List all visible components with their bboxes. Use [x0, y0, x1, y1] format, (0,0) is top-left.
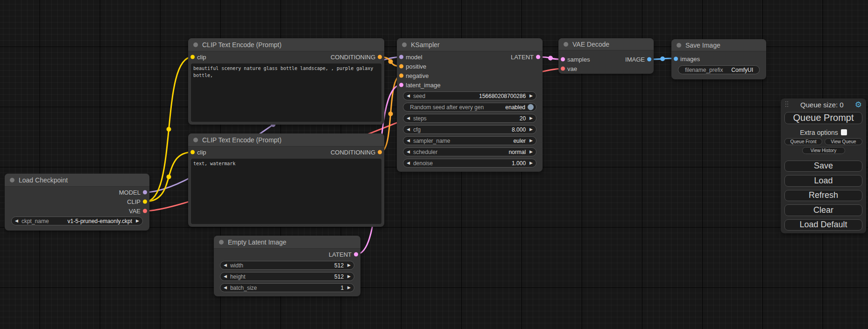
vae-output-port[interactable] [143, 209, 147, 213]
decrement-arrow-icon[interactable]: ◀ [407, 116, 410, 120]
output-row-latent: LATENT [214, 250, 360, 259]
prompt-textarea[interactable]: text, watermark [191, 159, 381, 224]
load-default-button[interactable]: Load Default [784, 219, 862, 231]
conditioning-output-port[interactable] [378, 55, 382, 59]
increment-arrow-icon[interactable]: ▶ [529, 127, 533, 132]
increment-arrow-icon[interactable]: ▶ [347, 274, 351, 279]
decrement-arrow-icon[interactable]: ◀ [15, 219, 18, 223]
drag-handle[interactable] [785, 101, 789, 108]
width-widget[interactable]: ◀ width 512 ▶ [220, 261, 354, 270]
clip-input-port[interactable] [191, 55, 195, 59]
view-history-button[interactable]: View History [802, 147, 845, 154]
batch-size-widget[interactable]: ◀ batch_size 1 ▶ [220, 283, 354, 292]
latent-image-input-port[interactable] [399, 83, 403, 87]
output-label: CONDITIONING [331, 54, 375, 61]
increment-arrow-icon[interactable]: ▶ [529, 116, 533, 120]
clear-button[interactable]: Clear [784, 204, 862, 216]
output-row-clip: CLIP [5, 197, 149, 206]
save-button[interactable]: Save [784, 161, 862, 172]
collapse-dot[interactable] [193, 42, 198, 47]
conditioning-output-port[interactable] [378, 150, 382, 154]
denoise-widget[interactable]: ◀ denoise 1.000 ▶ [403, 159, 536, 168]
collapse-dot[interactable] [10, 178, 14, 182]
node-empty-latent-image[interactable]: Empty Latent Image LATENT ◀ width 512 ▶ … [214, 236, 360, 296]
decrement-arrow-icon[interactable]: ◀ [407, 127, 410, 132]
gear-icon[interactable]: ⚙ [855, 101, 862, 109]
decrement-arrow-icon[interactable]: ◀ [407, 94, 410, 98]
decrement-arrow-icon[interactable]: ◀ [407, 161, 410, 165]
port-row: negative [397, 71, 543, 80]
decrement-arrow-icon[interactable]: ◀ [224, 274, 227, 279]
node-clip-text-encode-positive[interactable]: CLIP Text Encode (Prompt) clip CONDITION… [188, 38, 384, 125]
decrement-arrow-icon[interactable]: ◀ [407, 139, 410, 143]
extra-options-label: Extra options [800, 129, 838, 136]
widget-value: 8.000 [512, 126, 526, 133]
collapse-dot[interactable] [564, 42, 568, 47]
widget-value: normal [508, 149, 526, 155]
model-output-port[interactable] [143, 190, 147, 195]
node-title-bar[interactable]: CLIP Text Encode (Prompt) [188, 133, 384, 147]
samples-input-port[interactable] [561, 57, 565, 62]
collapse-dot[interactable] [402, 42, 407, 47]
increment-arrow-icon[interactable]: ▶ [529, 150, 533, 154]
node-save-image[interactable]: Save Image images filename_prefix ComfyU… [671, 39, 766, 79]
decrement-arrow-icon[interactable]: ◀ [224, 263, 227, 267]
node-title-bar[interactable]: KSampler [397, 38, 543, 51]
latent-output-port[interactable] [536, 55, 540, 59]
increment-arrow-icon[interactable]: ▶ [136, 219, 139, 223]
ckpt-name-widget[interactable]: ◀ ckpt_name v1-5-pruned-emaonly.ckpt ▶ [11, 217, 143, 225]
input-label: clip [197, 149, 206, 156]
node-vae-decode[interactable]: VAE Decode samples IMAGE vae [558, 38, 654, 74]
node-title-bar[interactable]: Save Image [671, 39, 766, 51]
steps-widget[interactable]: ◀ steps 20 ▶ [403, 114, 536, 123]
queue-prompt-button[interactable]: Queue Prompt [784, 112, 862, 124]
filename-prefix-widget[interactable]: filename_prefix ComfyUI [678, 65, 760, 74]
clip-output-port[interactable] [143, 200, 147, 204]
model-input-port[interactable] [399, 55, 403, 59]
node-ksampler[interactable]: KSampler model LATENT positive negative … [397, 38, 543, 172]
node-title-bar[interactable]: CLIP Text Encode (Prompt) [188, 38, 384, 51]
cfg-widget[interactable]: ◀ cfg 8.000 ▶ [403, 125, 536, 134]
prompt-textarea[interactable]: beautiful scenery nature glass bottle la… [191, 63, 381, 122]
node-title-bar[interactable]: Load Checkpoint [5, 174, 149, 187]
port-row: model LATENT [397, 52, 543, 62]
queue-front-button[interactable]: Queue Front [784, 138, 822, 145]
images-input-port[interactable] [674, 57, 678, 61]
random-seed-widget[interactable]: Random seed after every gen enabled [403, 103, 536, 112]
sampler-name-widget[interactable]: ◀ sampler_name euler ▶ [403, 136, 536, 145]
output-row-model: MODEL [5, 188, 149, 197]
node-title: Load Checkpoint [19, 176, 68, 184]
view-queue-button[interactable]: View Queue [825, 138, 862, 145]
collapse-dot[interactable] [219, 240, 224, 245]
increment-arrow-icon[interactable]: ▶ [347, 286, 351, 290]
latent-output-port[interactable] [354, 252, 358, 257]
positive-input-port[interactable] [399, 64, 403, 69]
height-widget[interactable]: ◀ height 512 ▶ [220, 272, 354, 281]
node-load-checkpoint[interactable]: Load Checkpoint MODEL CLIP VAE ◀ ckpt_na… [5, 174, 149, 231]
node-graph-canvas[interactable]: Load Checkpoint MODEL CLIP VAE ◀ ckpt_na… [0, 0, 868, 329]
extra-options-checkbox[interactable] [841, 129, 847, 135]
vae-input-port[interactable] [561, 67, 565, 71]
node-title-bar[interactable]: Empty Latent Image [214, 236, 360, 249]
decrement-arrow-icon[interactable]: ◀ [407, 150, 410, 154]
image-output-port[interactable] [647, 57, 651, 62]
queue-size-label: Queue size: 0 [789, 101, 855, 109]
increment-arrow-icon[interactable]: ▶ [347, 263, 351, 267]
widget-label: cfg [413, 126, 421, 133]
collapse-dot[interactable] [677, 43, 681, 48]
clip-input-port[interactable] [191, 150, 195, 154]
collapse-dot[interactable] [193, 138, 198, 142]
decrement-arrow-icon[interactable]: ◀ [224, 286, 227, 290]
seed-widget[interactable]: ◀ seed 156680208700286 ▶ [403, 91, 536, 100]
node-title: Empty Latent Image [228, 238, 286, 246]
increment-arrow-icon[interactable]: ▶ [529, 139, 533, 143]
node-clip-text-encode-negative[interactable]: CLIP Text Encode (Prompt) clip CONDITION… [188, 133, 384, 227]
scheduler-widget[interactable]: ◀ scheduler normal ▶ [403, 147, 536, 156]
load-button[interactable]: Load [784, 175, 862, 186]
toggle-knob[interactable] [528, 104, 534, 110]
increment-arrow-icon[interactable]: ▶ [529, 161, 533, 165]
increment-arrow-icon[interactable]: ▶ [529, 94, 533, 98]
negative-input-port[interactable] [399, 74, 403, 78]
node-title-bar[interactable]: VAE Decode [558, 38, 654, 50]
refresh-button[interactable]: Refresh [784, 190, 862, 201]
